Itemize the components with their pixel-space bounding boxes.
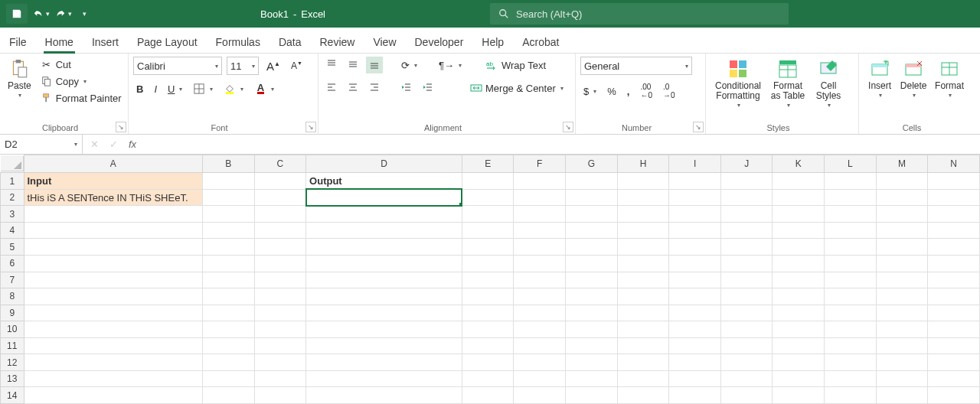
cell[interactable] bbox=[928, 354, 980, 371]
align-right-button[interactable] bbox=[366, 80, 383, 96]
cell[interactable] bbox=[876, 272, 928, 288]
column-header[interactable]: J bbox=[720, 155, 773, 173]
cell[interactable] bbox=[669, 387, 721, 404]
align-left-button[interactable] bbox=[323, 80, 340, 96]
cell[interactable] bbox=[306, 370, 462, 387]
cell[interactable] bbox=[202, 337, 254, 354]
cell[interactable] bbox=[462, 305, 514, 321]
cell[interactable] bbox=[202, 321, 254, 338]
cell[interactable] bbox=[773, 255, 825, 272]
cell[interactable] bbox=[720, 272, 773, 288]
cell[interactable] bbox=[617, 354, 669, 371]
tab-insert[interactable]: Insert bbox=[90, 31, 120, 53]
cell[interactable] bbox=[24, 337, 202, 354]
cell[interactable] bbox=[566, 321, 618, 338]
cell[interactable] bbox=[462, 370, 514, 387]
cell[interactable] bbox=[462, 206, 514, 223]
decrease-decimal-button[interactable]: .0→0 bbox=[660, 81, 678, 101]
cell[interactable] bbox=[306, 206, 462, 223]
cell[interactable] bbox=[876, 370, 928, 387]
cell[interactable]: Output bbox=[306, 173, 462, 190]
cell[interactable] bbox=[514, 370, 566, 387]
accounting-format-button[interactable]: $▾ bbox=[580, 84, 599, 99]
cell[interactable] bbox=[720, 288, 773, 305]
cell[interactable] bbox=[202, 173, 254, 190]
cell[interactable] bbox=[202, 206, 254, 223]
cell[interactable] bbox=[254, 189, 306, 206]
cell[interactable] bbox=[825, 370, 877, 387]
cell[interactable] bbox=[825, 189, 877, 206]
cell[interactable] bbox=[462, 321, 514, 338]
cell[interactable] bbox=[928, 321, 980, 338]
column-header[interactable]: E bbox=[462, 155, 514, 173]
cell[interactable] bbox=[773, 173, 825, 190]
row-header[interactable]: 9 bbox=[1, 305, 24, 321]
cell[interactable] bbox=[928, 272, 980, 288]
qat-customize-button[interactable]: ▾ bbox=[77, 4, 90, 24]
tab-formulas[interactable]: Formulas bbox=[214, 31, 262, 53]
cell[interactable] bbox=[720, 222, 773, 239]
tab-page-layout[interactable]: Page Layout bbox=[136, 31, 199, 53]
cell[interactable] bbox=[617, 305, 669, 321]
italic-button[interactable]: I bbox=[151, 82, 160, 96]
comma-format-button[interactable]: , bbox=[624, 84, 633, 99]
cell[interactable] bbox=[514, 337, 566, 354]
cell[interactable] bbox=[825, 222, 877, 239]
row-header[interactable]: 4 bbox=[1, 222, 24, 239]
cell[interactable] bbox=[566, 337, 618, 354]
cell[interactable] bbox=[617, 206, 669, 223]
merge-center-button[interactable]: Merge & Center ▾ bbox=[467, 80, 567, 96]
insert-cells-button[interactable]: Insert▾ bbox=[864, 57, 896, 101]
cell[interactable] bbox=[720, 255, 773, 272]
tab-file[interactable]: File bbox=[8, 31, 28, 53]
cell[interactable] bbox=[876, 288, 928, 305]
align-center-button[interactable] bbox=[345, 80, 361, 96]
cut-button[interactable]: ✂ Cut bbox=[38, 57, 125, 72]
decrease-indent-button[interactable] bbox=[398, 80, 415, 96]
cell[interactable] bbox=[669, 189, 721, 206]
search-input[interactable]: Search (Alt+Q) bbox=[490, 3, 789, 24]
cell[interactable] bbox=[566, 173, 618, 190]
cell[interactable] bbox=[669, 354, 721, 371]
conditional-formatting-button[interactable]: Conditional Formatting▾ bbox=[710, 57, 766, 111]
cell[interactable] bbox=[462, 255, 514, 272]
row-header[interactable]: 7 bbox=[1, 272, 24, 288]
cell[interactable] bbox=[825, 272, 877, 288]
font-launcher[interactable]: ↘ bbox=[305, 122, 316, 132]
cell[interactable] bbox=[514, 189, 566, 206]
column-header[interactable]: F bbox=[514, 155, 566, 173]
cell[interactable] bbox=[617, 239, 669, 256]
cell[interactable] bbox=[825, 305, 877, 321]
cell[interactable] bbox=[773, 387, 825, 404]
save-button[interactable] bbox=[6, 4, 28, 24]
cell[interactable]: Input bbox=[24, 173, 202, 190]
cell[interactable] bbox=[825, 173, 877, 190]
cell[interactable] bbox=[462, 387, 514, 404]
cell[interactable] bbox=[928, 288, 980, 305]
grow-font-button[interactable]: A▲ bbox=[263, 58, 283, 74]
undo-button[interactable]: ▾ bbox=[32, 8, 50, 20]
cell[interactable] bbox=[928, 222, 980, 239]
tab-help[interactable]: Help bbox=[480, 31, 505, 53]
orientation-button[interactable]: ⟳▾ bbox=[398, 58, 420, 73]
cell[interactable] bbox=[306, 354, 462, 371]
cell[interactable] bbox=[306, 272, 462, 288]
cell[interactable] bbox=[254, 370, 306, 387]
cell[interactable] bbox=[566, 255, 618, 272]
cell[interactable] bbox=[617, 255, 669, 272]
cell[interactable] bbox=[720, 239, 773, 256]
cell[interactable] bbox=[254, 206, 306, 223]
row-header[interactable]: 6 bbox=[1, 255, 24, 272]
align-top-button[interactable] bbox=[323, 57, 340, 73]
borders-button[interactable]: ▾ bbox=[190, 81, 216, 96]
percent-format-button[interactable]: % bbox=[604, 84, 619, 99]
cell[interactable] bbox=[669, 255, 721, 272]
tab-review[interactable]: Review bbox=[318, 31, 357, 53]
cell[interactable] bbox=[669, 288, 721, 305]
cell[interactable] bbox=[514, 272, 566, 288]
cell[interactable] bbox=[825, 387, 877, 404]
cell[interactable] bbox=[876, 255, 928, 272]
cell[interactable] bbox=[720, 354, 773, 371]
column-header[interactable]: N bbox=[928, 155, 980, 173]
cell[interactable] bbox=[202, 272, 254, 288]
